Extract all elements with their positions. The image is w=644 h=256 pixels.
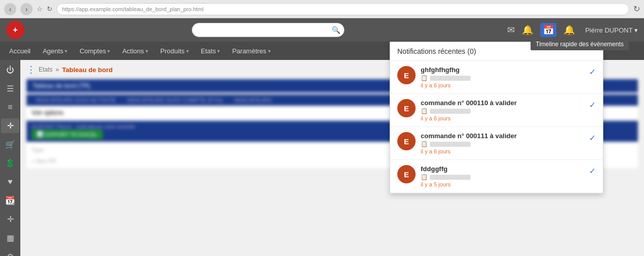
browser-bar: ‹ › ☆ ↻ https://app.example.com/tableau_… [0,0,644,18]
doc-icon-0: 📋 [421,75,428,81]
sidebar-list-icon[interactable]: ≡ [1,100,19,114]
tab-indicateurs-activite[interactable]: INDICATEURS SUIVI ACTIVITÉ [31,94,121,106]
nav-label-etats: Etats [201,47,216,55]
notification-title-3: fddggffg [421,165,584,173]
notification-body-0: ghfghfhgfhg 📋 il y a 6 jours [421,66,584,88]
export-button[interactable]: 📊 EXPORT TO EXCEL [32,130,103,139]
sidebar-cart-icon[interactable]: 🛒 [1,137,19,152]
nav-item-accueil[interactable]: Accueil [4,44,36,58]
breadcrumb-current: Tableau de bord [62,66,112,74]
user-name-text: Piérre DUPONT [585,26,632,34]
user-chevron-icon: ▾ [634,26,638,34]
notification-item-3: E fddggffg 📋 il y a 5 jours ✓ [390,160,603,193]
notification-item-0: E ghfghfhgfhg 📋 il y a 6 jours ✓ [390,61,603,94]
sidebar-move-icon[interactable]: ✛ [1,118,19,133]
page-title: Tableau de bord (TR) [33,82,90,89]
agents-chevron-icon: ▾ [65,48,67,54]
export-label: EXPORT TO EXCEL [46,132,98,138]
back-button[interactable]: ‹ [4,3,16,15]
reload-button[interactable]: ↻ [633,4,640,14]
etats-chevron-icon: ▾ [217,48,220,54]
notification-check-3[interactable]: ✓ [589,166,596,176]
calendar-icon[interactable]: 📅 [540,23,557,37]
sidebar-power-icon[interactable]: ⏻ [1,63,19,77]
search-bar: 🔍 [28,23,507,37]
notification-title-0: ghfghfhgfhg [421,66,584,74]
refresh-icon: ↻ [47,5,52,13]
nav-item-comptes[interactable]: Comptes ▾ [74,44,115,58]
notification-header-text: Notifications récentes (0) [397,47,476,55]
dot-menu-icon[interactable]: ⋮ [26,64,36,75]
notification-sub-blurred-3 [430,175,471,180]
notification-check-2[interactable]: ✓ [589,133,596,143]
sidebar-settings-icon[interactable]: ⚙ [1,249,19,256]
notification-item-2: E commande n° 000111 à valider 📋 il y a … [390,127,603,160]
breadcrumb-parent: Etats [39,66,52,73]
nav-item-produits[interactable]: Produits ▾ [155,44,194,58]
notification-body-2: commande n° 000111 à valider 📋 il y a 6 … [421,132,584,154]
filter-label: Voir options [32,109,64,116]
notification-sub-blurred-0 [430,76,471,81]
notification-sub-2: 📋 [421,141,584,147]
user-name[interactable]: Piérre DUPONT ▾ [585,26,638,34]
search-input[interactable] [192,23,344,37]
notification-body-1: commande n° 000110 à valider 📋 il y a 6 … [421,99,584,121]
notification-time-3: il y a 5 jours [421,181,584,187]
nav-label-actions: Actions [122,47,144,55]
nav-item-etats[interactable]: Etats ▾ [196,44,225,58]
nav-label-produits: Produits [160,47,185,55]
doc-icon-1: 📋 [421,108,428,114]
notification-check-1[interactable]: ✓ [589,100,596,110]
comptes-chevron-icon: ▾ [107,48,110,54]
notification-dropdown: Notifications récentes (0) E ghfghfhgfhg… [390,42,603,194]
notification-avatar-2: E [397,132,416,150]
notification-avatar-1: E [397,99,416,117]
notification-time-0: il y a 6 jours [421,82,584,88]
tab-indicateurs-compte[interactable]: INDICATEURS SUIVI COMPTE (FYG) [122,94,228,106]
sidebar-calendar-icon[interactable]: 📆 [1,193,19,208]
timeline-tooltip-text: Timeline rapide des événements [536,41,624,48]
notification-avatar-3: E [397,165,416,183]
sidebar-grid-icon[interactable]: ▦ [1,231,19,245]
sidebar-dollar-icon[interactable]: 💲 [1,156,19,171]
notification-sub-0: 📋 [421,75,584,81]
search-button[interactable]: 🔍 [332,26,340,34]
tab-indicateurs[interactable]: INDICATEURS [229,94,277,106]
sidebar-menu-icon[interactable]: ☰ [1,81,19,96]
nav-item-agents[interactable]: Agents ▾ [38,44,72,58]
notification-title-2: commande n° 000111 à valider [421,132,584,140]
notification-sub-3: 📋 [421,174,584,180]
forward-button[interactable]: › [20,3,33,15]
notifications-bell-outline-icon[interactable]: 🔔 [522,24,533,36]
logo-text: + [13,25,17,35]
notification-body-3: fddggffg 📋 il y a 5 jours [421,165,584,187]
bookmark-icon: ☆ [37,5,43,13]
sidebar: ⏻ ☰ ≡ ✛ 🛒 💲 ♥ 📆 ✛ ▦ ⚙ [0,60,20,256]
breadcrumb-separator: » [55,66,59,73]
notification-sub-blurred-1 [430,109,471,114]
notification-check-0[interactable]: ✓ [589,67,596,77]
notification-item-1: E commande n° 000110 à valider 📋 il y a … [390,94,603,127]
email-icon[interactable]: ✉ [507,24,515,36]
header-icons: ✉ 🔔 📅 🔔 Piérre DUPONT ▾ [507,23,638,37]
sidebar-heart-icon[interactable]: ♥ [1,175,19,189]
nav-label-agents: Agents [43,47,63,55]
nav-label-comptes: Comptes [79,47,106,55]
nav-item-parametres[interactable]: Paramètres ▾ [227,44,275,58]
notification-sub-1: 📋 [421,108,584,114]
notification-avatar-0: E [397,66,416,84]
nav-item-actions[interactable]: Actions ▾ [117,44,153,58]
bell-icon[interactable]: 🔔 [564,24,575,36]
doc-icon-3: 📋 [421,174,428,180]
sidebar-crosshair-icon[interactable]: ✛ [1,212,19,227]
timeline-tooltip: Timeline rapide des événements [531,38,629,50]
nav-label-parametres: Paramètres [232,47,266,55]
url-bar[interactable]: https://app.example.com/tableau_de_bord_… [56,3,629,15]
notification-sub-blurred-2 [430,142,471,147]
notification-title-1: commande n° 000110 à valider [421,99,584,107]
url-text: https://app.example.com/tableau_de_bord_… [62,6,203,12]
doc-icon-2: 📋 [421,141,428,147]
export-icon: 📊 [37,131,44,138]
logo: + [6,21,24,39]
parametres-chevron-icon: ▾ [268,48,271,54]
